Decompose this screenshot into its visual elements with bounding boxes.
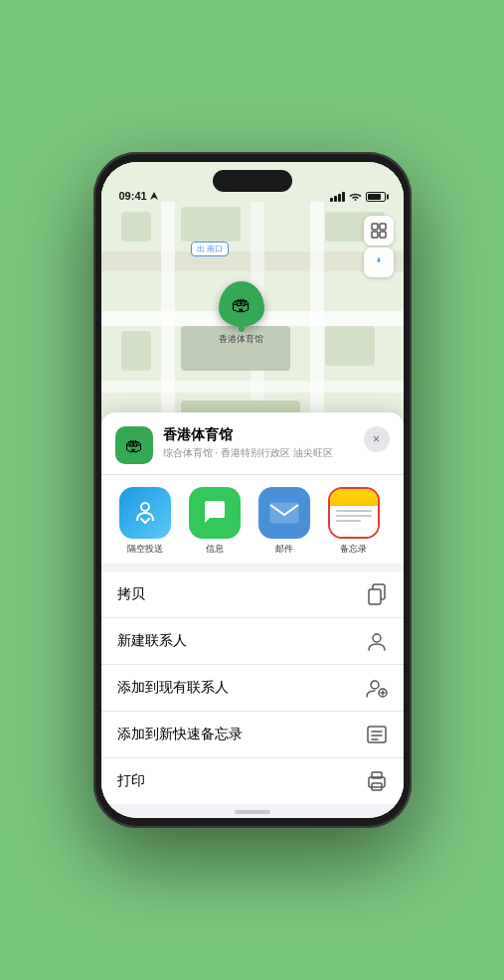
venue-icon: 🏟: [115, 426, 153, 464]
svg-rect-3: [372, 232, 378, 238]
messages-label: 信息: [206, 543, 224, 556]
phone-frame: 09:41: [93, 152, 412, 828]
app-messages[interactable]: 信息: [185, 487, 245, 556]
status-icons: [330, 192, 386, 202]
location-arrow-icon: [149, 191, 159, 201]
svg-point-10: [371, 681, 379, 689]
mail-icon: [258, 487, 310, 539]
action-copy[interactable]: 拷贝: [101, 572, 404, 618]
airdrop-label: 隔空投送: [127, 543, 163, 556]
close-button[interactable]: ×: [364, 426, 390, 452]
handle-bar: [235, 810, 270, 814]
action-copy-label: 拷贝: [117, 585, 145, 603]
battery-icon: [366, 192, 386, 202]
svg-rect-2: [380, 224, 386, 230]
airdrop-icon: [119, 487, 171, 539]
quick-note-icon: [366, 724, 388, 745]
svg-point-5: [141, 503, 149, 511]
map-view-button[interactable]: [364, 216, 394, 245]
print-icon: [366, 770, 388, 792]
svg-point-9: [373, 634, 381, 642]
action-print-label: 打印: [117, 772, 145, 790]
phone-screen: 09:41: [101, 162, 404, 818]
map-location-label: 出 南口: [191, 242, 230, 256]
action-quick-note[interactable]: 添加到新快速备忘录: [101, 712, 404, 758]
signal-icon: [330, 192, 345, 202]
messages-icon: [189, 487, 241, 539]
bottom-handle: [101, 804, 404, 818]
stadium-icon: 🏟: [232, 293, 252, 316]
action-add-existing-label: 添加到现有联系人: [117, 679, 229, 697]
notes-label: 备忘录: [340, 543, 367, 556]
new-contact-icon: [366, 630, 388, 652]
add-existing-icon: [366, 677, 388, 699]
app-airdrop[interactable]: 隔空投送: [115, 487, 175, 556]
apps-row: 隔空投送 信息 邮件: [115, 487, 390, 556]
marker-pin: 🏟: [219, 281, 264, 327]
venue-emoji: 🏟: [125, 435, 143, 456]
map-controls: [364, 216, 394, 277]
action-quick-note-label: 添加到新快速备忘录: [117, 726, 243, 743]
marker-label: 香港体育馆: [219, 333, 263, 346]
status-time: 09:41: [119, 190, 159, 202]
svg-marker-0: [150, 192, 158, 200]
venue-subtitle: 综合体育馆 · 香港特别行政区 油尖旺区: [163, 446, 390, 460]
svg-rect-6: [270, 503, 298, 523]
venue-card: 🏟 香港体育馆 综合体育馆 · 香港特别行政区 油尖旺区 ×: [101, 412, 404, 474]
svg-rect-8: [369, 589, 381, 604]
action-new-contact-label: 新建联系人: [117, 632, 187, 650]
action-list: 拷贝 新建联系人 添加到现有联系人: [101, 572, 404, 804]
venue-name: 香港体育馆: [163, 426, 390, 444]
mail-label: 邮件: [275, 543, 293, 556]
share-sheet: 🏟 香港体育馆 综合体育馆 · 香港特别行政区 油尖旺区 ×: [101, 412, 404, 818]
wifi-icon: [349, 192, 362, 202]
app-notes[interactable]: 备忘录: [324, 487, 384, 556]
action-add-existing[interactable]: 添加到现有联系人: [101, 665, 404, 712]
location-button[interactable]: [364, 247, 394, 277]
notes-icon-wrapper: [328, 487, 380, 539]
venue-marker: 🏟 香港体育馆: [219, 281, 264, 346]
time-label: 09:41: [119, 190, 147, 202]
copy-icon: [366, 583, 388, 605]
apps-row-container: 隔空投送 信息 邮件: [101, 474, 404, 564]
app-mail[interactable]: 邮件: [254, 487, 314, 556]
action-print[interactable]: 打印: [101, 758, 404, 804]
dynamic-island: [213, 170, 292, 192]
venue-info: 香港体育馆 综合体育馆 · 香港特别行政区 油尖旺区: [163, 426, 390, 460]
svg-rect-4: [380, 232, 386, 238]
action-new-contact[interactable]: 新建联系人: [101, 618, 404, 665]
svg-rect-1: [372, 224, 378, 230]
